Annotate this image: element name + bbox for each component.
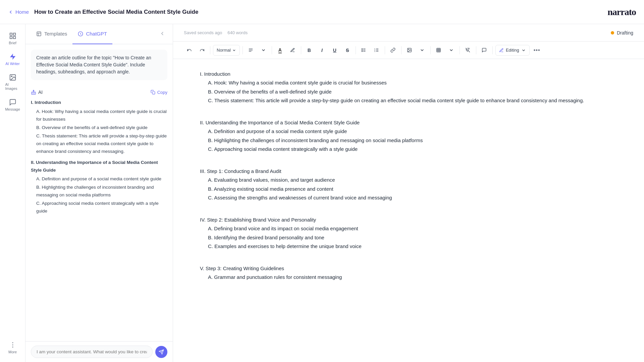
- sidebar-item-ai-writer[interactable]: AI Writer: [1, 50, 24, 68]
- redo-icon: [200, 48, 205, 53]
- svg-point-7: [12, 345, 13, 346]
- numbered-list-button[interactable]: 123: [371, 45, 382, 56]
- outline-item: A. Hook: Why having a social media conte…: [200, 78, 617, 87]
- templates-tab-label: Templates: [44, 31, 67, 37]
- numbered-list-icon: 123: [374, 48, 379, 53]
- sidebar-item-ai-images[interactable]: AI Images: [1, 71, 24, 93]
- message-label: Message: [5, 107, 20, 111]
- outline-item: B. Highlighting the challenges of incons…: [200, 136, 617, 145]
- outline-item: IV. Step 2: Establishing Brand Voice and…: [200, 216, 617, 224]
- sidebar-item-brief[interactable]: Brief: [1, 29, 24, 48]
- svg-text:3: 3: [375, 51, 376, 52]
- outline-item: A. Evaluating brand values, mission, and…: [200, 176, 617, 184]
- svg-point-14: [33, 93, 33, 93]
- prompt-box: Create an article outline for the topic …: [31, 50, 167, 80]
- divider-11: [492, 46, 493, 54]
- style-label: Normal: [217, 48, 231, 53]
- strikethrough-button[interactable]: S: [342, 45, 353, 56]
- home-link[interactable]: Home: [8, 9, 29, 15]
- outline-item: III. Step 1: Conducting a Brand Audit: [200, 167, 617, 176]
- link-icon: [390, 48, 395, 53]
- text-color-button[interactable]: A: [275, 45, 285, 56]
- status-text: Drafting: [617, 30, 633, 36]
- align-button[interactable]: [246, 45, 256, 56]
- spacer: [200, 251, 617, 256]
- chevron-down-icon-2: [261, 48, 266, 53]
- ai-images-label: AI Images: [5, 82, 20, 90]
- style-select[interactable]: Normal: [213, 45, 240, 56]
- toolbar: Normal A B I: [173, 42, 644, 59]
- meta-left: Saved seconds ago 640 words: [184, 30, 248, 35]
- divider-1: [210, 46, 210, 54]
- strike-icon: S: [346, 48, 349, 53]
- robot-icon: [31, 89, 36, 95]
- svg-point-6: [12, 342, 13, 343]
- chevron-down-icon-5: [521, 48, 526, 53]
- send-button[interactable]: [155, 346, 167, 358]
- icon-sidebar: Brief AI Writer AI Images Message M: [0, 24, 25, 362]
- more-options-button[interactable]: •••: [532, 45, 542, 56]
- main-layout: Brief AI Writer AI Images Message M: [0, 24, 644, 362]
- sidebar-item-more[interactable]: More: [1, 339, 24, 357]
- spacer: [200, 202, 617, 207]
- editing-dropdown[interactable]: Editing: [495, 45, 530, 56]
- home-label: Home: [15, 9, 29, 15]
- panel-tabs: Templates ChatGPT: [25, 24, 173, 44]
- editor-content[interactable]: I. Introduction A. Hook: Why having a so…: [173, 59, 644, 362]
- underline-button[interactable]: U: [329, 45, 340, 56]
- outline-item: C. Thesis statement: This article will p…: [200, 96, 617, 105]
- undo-icon: [187, 48, 192, 53]
- align-dropdown-button[interactable]: [258, 45, 269, 56]
- bold-icon: B: [308, 48, 311, 53]
- chatgpt-icon: [78, 31, 83, 37]
- collapse-icon: [159, 31, 165, 37]
- tab-templates[interactable]: Templates: [31, 24, 72, 44]
- list-item: B. Overview of the benefits of a well-de…: [31, 124, 167, 132]
- svg-point-16: [33, 90, 34, 91]
- divider-7: [401, 46, 401, 54]
- divider-4: [301, 46, 301, 54]
- ai-panel: AI Copy I. Introduction A. Hook: Why hav…: [25, 85, 173, 341]
- list-item: I. Introduction: [31, 99, 167, 107]
- highlight-button[interactable]: [287, 45, 298, 56]
- copy-button[interactable]: Copy: [151, 90, 167, 95]
- spacer: [200, 154, 617, 159]
- format-clear-button[interactable]: [463, 45, 473, 56]
- redo-button[interactable]: [197, 45, 207, 56]
- table-dropdown-button[interactable]: [446, 45, 457, 56]
- chat-input-area: [25, 341, 173, 362]
- divider-6: [385, 46, 385, 54]
- bold-button[interactable]: B: [304, 45, 315, 56]
- chevron-left-icon: [8, 9, 13, 15]
- ai-writer-label: AI Writer: [5, 62, 20, 66]
- bullet-list-button[interactable]: [359, 45, 369, 56]
- outline-item: B. Analyzing existing social media prese…: [200, 185, 617, 193]
- editor-area: Saved seconds ago 640 words Drafting Nor…: [173, 24, 644, 362]
- sidebar-item-message[interactable]: Message: [1, 96, 24, 114]
- tab-chatgpt[interactable]: ChatGPT: [72, 24, 112, 44]
- undo-button[interactable]: [184, 45, 195, 56]
- outline-item: B. Identifying the desired brand persona…: [200, 233, 617, 242]
- chat-input[interactable]: [31, 346, 153, 358]
- ai-content: I. Introduction A. Hook: Why having a so…: [31, 99, 167, 215]
- image-dropdown-button[interactable]: [417, 45, 428, 56]
- list-item: C. Approaching social media content stra…: [31, 200, 167, 215]
- comment-button[interactable]: [479, 45, 490, 56]
- panel-collapse-button[interactable]: [157, 28, 167, 40]
- svg-point-28: [362, 51, 363, 52]
- image-button[interactable]: [404, 45, 415, 56]
- highlight-icon: [290, 48, 295, 53]
- svg-point-15: [34, 93, 34, 93]
- underline-icon: U: [333, 48, 336, 53]
- link-button[interactable]: [388, 45, 398, 56]
- top-bar-left: Home How to Create an Effective Social M…: [8, 9, 198, 15]
- outline-item: II. Understanding the Importance of a So…: [200, 118, 617, 127]
- prompt-text: Create an article outline for the topic …: [36, 55, 151, 74]
- pencil-icon: [499, 48, 504, 53]
- table-button[interactable]: [433, 45, 444, 56]
- list-item: C. Thesis statement: This article will p…: [31, 132, 167, 156]
- spacer: [200, 105, 617, 110]
- italic-icon: I: [321, 48, 323, 53]
- chevron-down-icon: [232, 48, 236, 52]
- italic-button[interactable]: I: [317, 45, 327, 56]
